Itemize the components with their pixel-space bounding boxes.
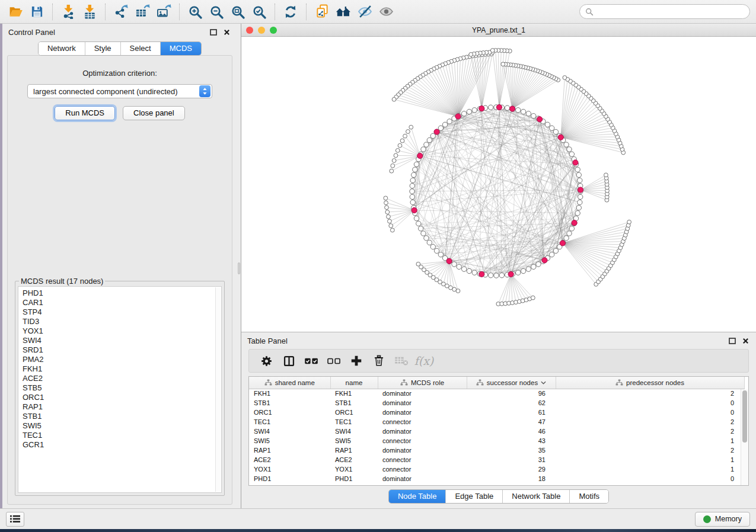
cell-predecessor-nodes[interactable]: 1 [556, 436, 744, 446]
cell-name[interactable]: SWI4 [330, 427, 378, 436]
save-session-button[interactable] [26, 2, 47, 21]
cell-name[interactable]: RAP1 [330, 446, 378, 455]
import-table-button[interactable] [79, 2, 100, 21]
mcds-result-item[interactable]: FKH1 [23, 364, 213, 374]
table-row[interactable]: FKH1FKH1dominator962 [249, 389, 744, 398]
mcds-list-scrollbar[interactable] [215, 287, 221, 492]
cell-shared-name[interactable]: RAP1 [249, 446, 330, 455]
table-row[interactable]: ACE2ACE2connector311 [249, 455, 744, 464]
cell-successor-nodes[interactable]: 62 [467, 398, 556, 408]
mcds-result-item[interactable]: ACE2 [23, 374, 213, 383]
cell-shared-name[interactable]: ACE2 [249, 455, 330, 464]
cell-name[interactable]: STB1 [330, 398, 378, 408]
mcds-result-item[interactable]: SRD1 [23, 345, 213, 355]
cell-name[interactable]: PHD1 [330, 474, 378, 483]
table-settings-button[interactable] [256, 351, 276, 370]
table-tab-node-table[interactable]: Node Table [389, 490, 446, 503]
cell-mcds-role[interactable]: dominator [378, 398, 467, 408]
cell-mcds-role[interactable]: connector [378, 464, 467, 474]
splitter-handle[interactable] [238, 262, 240, 274]
cell-predecessor-nodes[interactable]: 2 [556, 417, 744, 427]
tab-mcds[interactable]: MCDS [160, 42, 201, 55]
table-row[interactable]: ORC1ORC1dominator610 [249, 408, 744, 417]
mcds-result-list[interactable]: PHD1CAR1STP4TID3YOX1SWI4SRD1PMA2FKH1ACE2… [18, 286, 222, 493]
table-tab-motifs[interactable]: Motifs [569, 490, 608, 503]
table-row[interactable]: SWI4SWI4dominator462 [249, 427, 744, 436]
mcds-result-item[interactable]: PMA2 [23, 355, 213, 364]
cell-shared-name[interactable]: FKH1 [249, 389, 330, 398]
mcds-result-item[interactable]: STB5 [23, 383, 213, 393]
export-table-button[interactable] [132, 2, 153, 21]
cell-shared-name[interactable]: PHD1 [249, 474, 330, 483]
cell-shared-name[interactable]: SWI5 [249, 436, 330, 446]
cell-mcds-role[interactable]: dominator [378, 446, 467, 455]
export-network-button[interactable] [110, 2, 132, 21]
mcds-result-item[interactable]: STB1 [23, 412, 213, 421]
column-header-mcds-role[interactable]: MCDS role [378, 377, 467, 389]
network-window-titlebar[interactable]: YPA_prune.txt_1 [241, 24, 756, 37]
mcds-result-item[interactable]: ORC1 [23, 393, 213, 402]
zoom-out-button[interactable] [206, 2, 227, 21]
table-row[interactable]: SWI5SWI5connector431 [249, 436, 744, 446]
cell-mcds-role[interactable]: dominator [378, 389, 467, 398]
mcds-result-item[interactable]: PHD1 [23, 289, 213, 298]
zoom-in-button[interactable] [184, 2, 206, 21]
mcds-result-item[interactable]: SWI4 [23, 336, 213, 345]
mcds-result-item[interactable]: STP4 [23, 307, 213, 317]
mcds-result-item[interactable]: YOX1 [23, 326, 213, 336]
clone-network-button[interactable] [311, 2, 333, 21]
cell-shared-name[interactable]: STB1 [249, 398, 330, 408]
table-tab-network-table[interactable]: Network Table [502, 490, 569, 503]
window-zoom-button[interactable] [270, 27, 277, 34]
cell-predecessor-nodes[interactable]: 0 [556, 474, 744, 483]
close-panel-icon[interactable] [742, 338, 749, 344]
cell-name[interactable]: YOX1 [330, 464, 378, 474]
cell-mcds-role[interactable]: connector [378, 417, 467, 427]
cell-predecessor-nodes[interactable]: 2 [556, 446, 744, 455]
cell-successor-nodes[interactable]: 31 [467, 455, 556, 464]
cell-mcds-role[interactable]: connector [378, 455, 467, 464]
window-close-button[interactable] [246, 27, 253, 34]
cell-predecessor-nodes[interactable]: 0 [556, 398, 744, 408]
cell-mcds-role[interactable]: dominator [378, 427, 467, 436]
mcds-result-item[interactable]: CAR1 [23, 298, 213, 307]
optimization-criterion-select[interactable]: largest connected component (undirected) [27, 84, 212, 98]
show-columns-button[interactable] [279, 351, 299, 370]
table-row[interactable]: TEC1TEC1connector472 [249, 417, 744, 427]
export-image-button[interactable] [153, 2, 174, 21]
tab-style[interactable]: Style [85, 42, 120, 55]
cell-shared-name[interactable]: SWI4 [249, 427, 330, 436]
cell-successor-nodes[interactable]: 61 [467, 408, 556, 417]
tab-select[interactable]: Select [120, 42, 160, 55]
panel-splitter[interactable] [237, 24, 241, 508]
tab-network[interactable]: Network [39, 42, 85, 55]
cell-shared-name[interactable]: ORC1 [249, 408, 330, 417]
cell-name[interactable]: TEC1 [330, 417, 378, 427]
cell-mcds-role[interactable]: dominator [378, 408, 467, 417]
table-tab-edge-table[interactable]: Edge Table [445, 490, 502, 503]
cell-mcds-role[interactable]: dominator [378, 474, 467, 483]
cell-name[interactable]: FKH1 [330, 389, 378, 398]
cell-predecessor-nodes[interactable]: 1 [556, 455, 744, 464]
mcds-result-item[interactable]: TEC1 [23, 431, 213, 440]
cell-mcds-role[interactable]: connector [378, 436, 467, 446]
cell-name[interactable]: SWI5 [330, 436, 378, 446]
network-canvas[interactable] [241, 37, 756, 332]
zoom-fit-button[interactable] [227, 2, 248, 21]
table-row[interactable]: STB1STB1dominator620 [249, 398, 744, 408]
refresh-layout-button[interactable] [280, 2, 301, 21]
cell-successor-nodes[interactable]: 96 [467, 389, 556, 398]
close-panel-icon[interactable] [224, 29, 230, 36]
cell-name[interactable]: ORC1 [330, 408, 378, 417]
table-row[interactable]: YOX1YOX1connector291 [249, 464, 744, 474]
mcds-result-item[interactable]: SWI5 [23, 421, 213, 431]
mcds-result-item[interactable]: RAP1 [23, 402, 213, 412]
deselect-all-checkbox-button[interactable] [324, 351, 344, 370]
show-all-button[interactable] [375, 2, 397, 21]
task-history-button[interactable] [6, 512, 24, 527]
run-mcds-button[interactable]: Run MCDS [55, 106, 115, 120]
cell-successor-nodes[interactable]: 18 [467, 474, 556, 483]
table-row[interactable]: RAP1RAP1dominator352 [249, 446, 744, 455]
mcds-result-item[interactable]: TID3 [23, 317, 213, 326]
cell-shared-name[interactable]: TEC1 [249, 417, 330, 427]
